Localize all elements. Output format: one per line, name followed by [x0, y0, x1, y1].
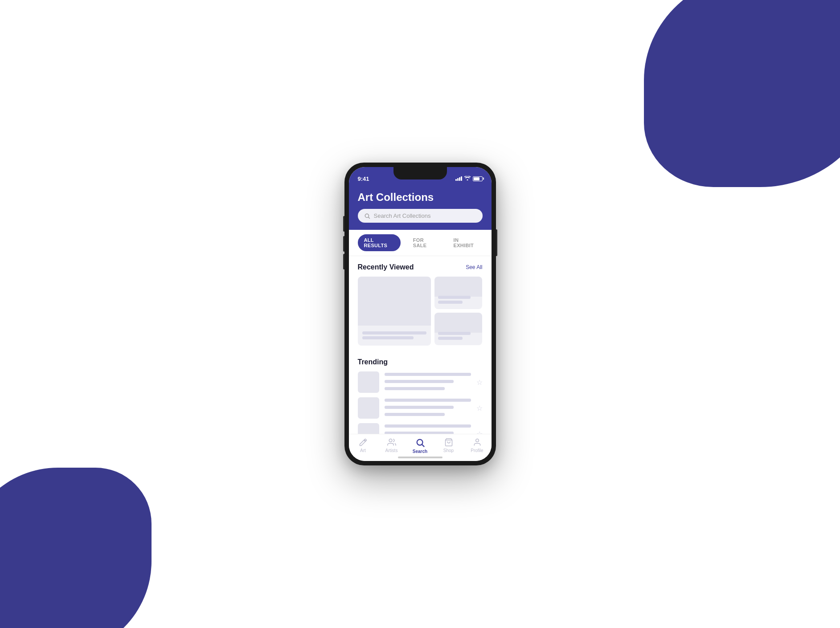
- shop-icon: [444, 438, 453, 447]
- skeleton-line: [438, 337, 463, 340]
- nav-label-search: Search: [413, 449, 427, 454]
- nav-item-profile[interactable]: Profile: [466, 438, 488, 454]
- tab-all-results[interactable]: ALL RESULTS: [358, 234, 401, 251]
- battery-icon: [473, 176, 483, 181]
- svg-point-2: [389, 439, 392, 442]
- recently-viewed-grid: [358, 277, 483, 346]
- trending-item-1[interactable]: ☆: [358, 371, 483, 393]
- trending-info-1: [385, 373, 471, 392]
- art-card-large[interactable]: [358, 277, 431, 346]
- trending-item-2[interactable]: ☆: [358, 397, 483, 419]
- nav-item-search[interactable]: Search: [409, 438, 431, 454]
- trending-section: Trending ☆: [349, 351, 492, 434]
- skeleton-line: [385, 373, 471, 376]
- svg-point-0: [365, 214, 369, 217]
- app-header: Art Collections Search Art Collections: [349, 187, 492, 230]
- tab-in-exhibit[interactable]: IN EXHIBIT: [448, 235, 483, 250]
- trending-header: Trending: [358, 358, 483, 366]
- skeleton-line: [438, 301, 463, 304]
- status-bar: 9:41: [349, 167, 492, 187]
- art-image-small-2: [434, 313, 482, 333]
- recently-viewed-section: Recently Viewed See All: [349, 256, 492, 351]
- art-card-small-2[interactable]: [434, 313, 482, 345]
- nav-item-art[interactable]: Art: [352, 438, 374, 454]
- skeleton-line: [385, 413, 445, 416]
- search-bar[interactable]: Search Art Collections: [358, 209, 483, 223]
- filter-tabs: ALL RESULTS FOR SALE IN EXHIBIT: [349, 230, 492, 256]
- phone-shell: 9:41: [344, 163, 496, 465]
- skeleton-line: [385, 406, 454, 409]
- scroll-content[interactable]: Recently Viewed See All: [349, 256, 492, 434]
- art-right-column: [434, 277, 482, 346]
- nav-item-shop[interactable]: Shop: [438, 438, 460, 454]
- skeleton-line: [438, 296, 471, 299]
- skeleton-line: [438, 332, 471, 335]
- signal-bars: [455, 176, 462, 181]
- recently-viewed-header: Recently Viewed See All: [358, 263, 483, 271]
- search-placeholder-text: Search Art Collections: [374, 212, 431, 219]
- signal-bar-1: [455, 179, 457, 181]
- home-indicator: [398, 457, 443, 458]
- wifi-icon: [464, 176, 471, 181]
- nav-item-artists[interactable]: Artists: [381, 438, 403, 454]
- art-icon: [359, 438, 368, 447]
- see-all-button[interactable]: See All: [466, 264, 482, 270]
- nav-label-shop: Shop: [443, 448, 454, 453]
- skeleton-line: [385, 387, 445, 390]
- battery-fill: [474, 177, 480, 180]
- svg-point-3: [417, 440, 422, 445]
- background-blob-top-right: [644, 0, 840, 187]
- tab-for-sale[interactable]: FOR SALE: [408, 235, 441, 250]
- artists-icon: [387, 438, 396, 447]
- art-image-large: [358, 277, 431, 326]
- phone-screen: 9:41: [349, 167, 492, 461]
- skeleton-line: [385, 380, 454, 383]
- trending-thumb-1: [358, 371, 379, 393]
- recently-viewed-title: Recently Viewed: [358, 263, 414, 271]
- trending-item-3[interactable]: ☆: [358, 423, 483, 434]
- search-nav-icon: [415, 438, 425, 448]
- svg-line-4: [422, 444, 424, 447]
- app-title: Art Collections: [358, 191, 483, 204]
- trending-info-3: [385, 424, 471, 434]
- nav-label-art: Art: [360, 448, 366, 453]
- signal-bar-3: [459, 177, 460, 181]
- signal-bar-2: [457, 178, 459, 181]
- favorite-star-1[interactable]: ☆: [476, 378, 483, 387]
- search-icon: [364, 213, 370, 219]
- svg-line-1: [368, 217, 369, 218]
- status-time: 9:41: [358, 175, 369, 182]
- phone-wrapper: 9:41: [344, 163, 496, 465]
- trending-list: ☆ ☆: [358, 371, 483, 434]
- trending-info-2: [385, 399, 471, 418]
- skeleton-line: [385, 424, 471, 428]
- nav-label-profile: Profile: [471, 448, 483, 453]
- trending-title: Trending: [358, 358, 388, 366]
- signal-bar-4: [461, 176, 462, 181]
- trending-thumb-2: [358, 397, 379, 419]
- svg-point-6: [475, 439, 479, 442]
- art-text-large: [362, 331, 427, 341]
- skeleton-line: [385, 399, 471, 402]
- status-icons: [455, 176, 483, 181]
- favorite-star-2[interactable]: ☆: [476, 404, 483, 412]
- favorite-star-3[interactable]: ☆: [476, 430, 483, 434]
- skeleton-line: [362, 331, 427, 334]
- profile-icon: [473, 438, 482, 447]
- skeleton-line: [362, 336, 414, 339]
- trending-thumb-3: [358, 423, 379, 434]
- art-card-small-1[interactable]: [434, 277, 482, 309]
- notch: [393, 167, 447, 179]
- background-blob-bottom-left: [0, 468, 152, 628]
- art-image-small-1: [434, 277, 482, 297]
- nav-label-artists: Artists: [385, 448, 398, 453]
